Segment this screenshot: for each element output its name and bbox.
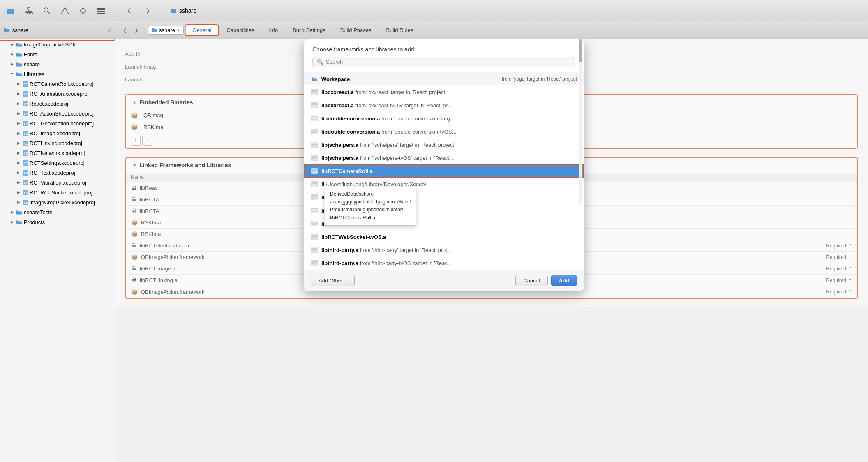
svg-rect-15: [97, 8, 105, 9]
svg-text:XC: XC: [24, 83, 28, 86]
sidebar-item-label: React.xcodeproj: [30, 101, 111, 107]
sidebar-item-rcttext[interactable]: ▶ XC RCTText.xcodeproj: [0, 168, 115, 178]
add-button[interactable]: Add: [551, 275, 577, 286]
sidebar-item-label: RCTWebSocket.xcodeproj: [30, 189, 111, 196]
eb-item-name: QBImag: [143, 112, 163, 118]
sidebar-item-rctnetwork[interactable]: ▶ XC RCTNetwork.xcodeproj: [0, 148, 115, 158]
remove-embedded-btn[interactable]: −: [142, 136, 152, 146]
sidebar-header[interactable]: sshare M: [0, 21, 115, 39]
svg-rect-18: [97, 13, 105, 14]
add-embedded-btn[interactable]: +: [131, 136, 141, 146]
dropdown-panel: Choose frameworks and libraries to add: …: [304, 39, 584, 291]
tab-info[interactable]: Info: [262, 25, 284, 35]
svg-rect-3: [30, 12, 32, 14]
sidebar-item-imagecrop[interactable]: ▶ ImageCropPickerSDK: [0, 39, 115, 49]
svg-rect-61: [311, 142, 318, 148]
dropdown-title: Choose frameworks and libraries to add:: [312, 46, 575, 53]
sidebar-item-label: RCTNetwork.xcodeproj: [30, 150, 111, 156]
cancel-button[interactable]: Cancel: [515, 275, 547, 286]
embedded-binaries-title: Embedded Binaries: [139, 99, 193, 106]
svg-rect-89: [311, 234, 318, 240]
tab-build-settings[interactable]: Build Settings: [286, 25, 332, 35]
sidebar-item-label: ImageCropPickerSDK: [24, 42, 111, 48]
hierarchy-icon[interactable]: [23, 5, 35, 16]
sidebar-item-label: RCTGeolocation.xcodeproj: [30, 120, 111, 127]
svg-rect-57: [311, 129, 318, 134]
search-input[interactable]: [326, 59, 571, 65]
disclosure-icon: ▶: [9, 42, 15, 47]
add-other-button[interactable]: Add Other...: [311, 275, 355, 286]
sidebar-item-imagecropper[interactable]: ▶ XC imageCropPicker.xcodeproj: [0, 197, 115, 207]
library-icon: [311, 220, 318, 227]
tab-nav-left[interactable]: [120, 25, 130, 35]
library-icon: [311, 259, 318, 267]
disclosure-icon: ▶: [16, 140, 21, 146]
library-icon: [311, 180, 318, 188]
sidebar-item-ssharetests[interactable]: ▶ sshareTests: [0, 207, 115, 217]
diamond-icon[interactable]: [77, 5, 89, 16]
tooltip-line3: Products/Debug-iphonesimulator/: [330, 206, 411, 214]
lib-icon: 🏛: [131, 208, 136, 214]
sidebar-item-react[interactable]: ▶ XC React.xcodeproj: [0, 99, 115, 109]
sidebar-item-rctvibration[interactable]: ▶ XC RCTVibration.xcodeproj: [0, 178, 115, 187]
package-icon: 📦: [131, 219, 138, 226]
search-icon[interactable]: [41, 5, 53, 16]
tooltip-line4: libRCTCameraRoll.a: [330, 214, 411, 222]
content-wrapper: App Ic Launch Imag Launch ▼: [115, 39, 868, 462]
svg-line-10: [48, 12, 50, 14]
sidebar-item-label: Products: [24, 219, 111, 225]
sidebar-item-rctactionsheet[interactable]: ▶ XC RCTActionSheet.xcodeproj: [0, 109, 115, 118]
dropdown-item-libthird2[interactable]: libthird-party.a from 'third-party-tvOS'…: [304, 256, 584, 270]
sidebar-item-rctimage[interactable]: ▶ XC RCTImage.xcodeproj: [0, 128, 115, 138]
target-selector[interactable]: sshare: [148, 26, 184, 35]
list-icon[interactable]: [95, 5, 107, 16]
sidebar-item-fonts[interactable]: ▶ Fonts: [0, 49, 115, 59]
dropdown-item-libcxxreact2[interactable]: libcxxreact.a from 'cxxreact-tvOS' targe…: [304, 99, 584, 112]
sidebar-item-label: Fonts: [24, 51, 111, 58]
di-label: libjschelpers.a from 'jschelpers' target…: [321, 142, 577, 148]
tab-general[interactable]: General: [185, 25, 218, 35]
tab-capabilities[interactable]: Capabilities: [220, 25, 261, 35]
dropdown-item-libjsc2[interactable]: libjschelpers.a from 'jschelpers-tvOS' t…: [304, 151, 584, 164]
svg-point-13: [65, 12, 65, 13]
warning-icon[interactable]: [59, 5, 71, 16]
sidebar-item-sshare[interactable]: ▶ sshare: [0, 59, 115, 69]
sidebar-item-rctcameraroll[interactable]: ▶ XC RCTCameraRoll.xcodeproj: [0, 79, 115, 89]
folder-icon: [311, 75, 318, 83]
toolbar: sshare: [0, 0, 868, 21]
sidebar-item-rctanimation[interactable]: ▶ XC RCTAnimation.xcodeproj: [0, 89, 115, 99]
tab-build-phases[interactable]: Build Phases: [334, 25, 378, 35]
navigate-back-icon[interactable]: [124, 5, 135, 16]
package-icon: 📦: [131, 124, 138, 130]
tab-nav-right[interactable]: [132, 25, 141, 35]
sidebar-item-products[interactable]: ▶ Products: [0, 217, 115, 227]
sidebar-item-label: sshare: [24, 61, 111, 67]
sidebar-item-label: RCTText.xcodeproj: [30, 170, 111, 176]
search-box: 🔍: [312, 57, 575, 67]
navigate-forward-icon[interactable]: [142, 5, 153, 16]
tab-build-rules[interactable]: Build Rules: [380, 25, 420, 35]
sidebar-item-libraries[interactable]: ▼ Libraries: [0, 69, 115, 79]
folder-icon[interactable]: [5, 5, 16, 16]
dropdown-item-libRCTWebSocket[interactable]: libRCTWebSocket-tvOS.a: [304, 230, 584, 243]
toolbar-separator: [115, 6, 115, 16]
sidebar-item-rctlinking[interactable]: ▶ XC RCTLinking.xcodeproj: [0, 138, 115, 148]
sidebar-item-rctgeolocation[interactable]: ▶ XC RCTGeolocation.xcodeproj: [0, 118, 115, 128]
dropdown-item-libRCTCameraRoll[interactable]: libRCTCameraRoll.a: [304, 164, 584, 178]
search-icon: 🔍: [317, 59, 323, 65]
dropdown-item-libjsc1[interactable]: libjschelpers.a from 'jschelpers' target…: [304, 138, 584, 151]
svg-text:XC: XC: [24, 142, 28, 145]
sidebar: sshare M ▶ ImageCropPickerSDK ▶ Fonts ▶ …: [0, 21, 115, 462]
linked-frameworks-title: Linked Frameworks and Libraries: [139, 162, 231, 169]
svg-text:XC: XC: [24, 132, 28, 135]
dropdown-item-libdouble1[interactable]: libdouble-conversion.a from 'double-conv…: [304, 112, 584, 125]
svg-text:XC: XC: [24, 201, 28, 204]
dropdown-item-libthird1[interactable]: libthird-party.a from 'third-party' targ…: [304, 243, 584, 256]
disclosure-icon: ▶: [16, 180, 21, 185]
sidebar-item-rctsettings[interactable]: ▶ XC RCTSettings.xcodeproj: [0, 158, 115, 168]
package-icon: 📦: [131, 289, 138, 295]
dropdown-item-libdouble2[interactable]: libdouble-conversion.a from 'double-conv…: [304, 125, 584, 138]
library-icon: [311, 207, 318, 214]
sidebar-item-rctwebsocket[interactable]: ▶ XC RCTWebSocket.xcodeproj: [0, 187, 115, 197]
dropdown-item-libcxxreact1[interactable]: libcxxreact.a from 'cxxreact' target in …: [304, 85, 584, 99]
